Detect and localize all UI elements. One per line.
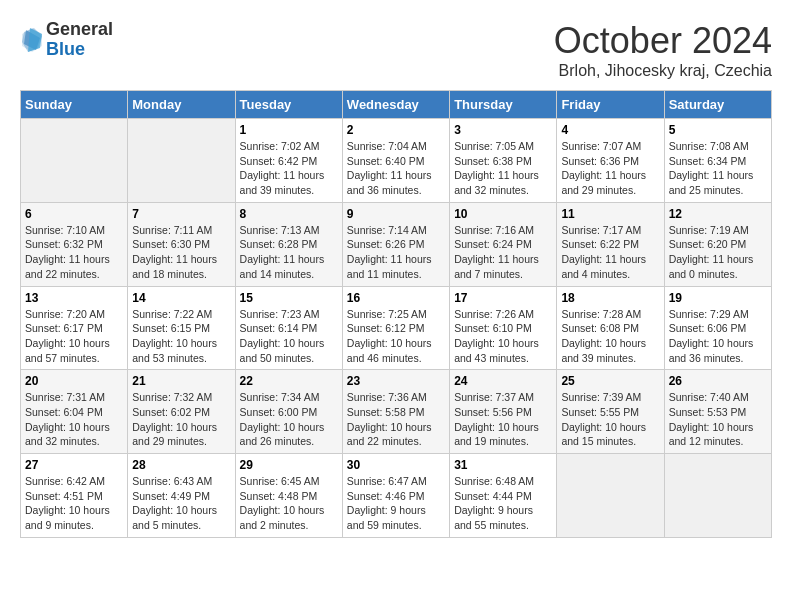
day-detail: Sunrise: 7:22 AMSunset: 6:15 PMDaylight:… [132, 307, 230, 366]
calendar-header: SundayMondayTuesdayWednesdayThursdayFrid… [21, 91, 772, 119]
day-number: 7 [132, 207, 230, 221]
day-number: 19 [669, 291, 767, 305]
day-detail: Sunrise: 6:42 AMSunset: 4:51 PMDaylight:… [25, 474, 123, 533]
day-detail: Sunrise: 7:34 AMSunset: 6:00 PMDaylight:… [240, 390, 338, 449]
calendar-week-row: 27Sunrise: 6:42 AMSunset: 4:51 PMDayligh… [21, 454, 772, 538]
calendar-cell: 20Sunrise: 7:31 AMSunset: 6:04 PMDayligh… [21, 370, 128, 454]
calendar-cell: 1Sunrise: 7:02 AMSunset: 6:42 PMDaylight… [235, 119, 342, 203]
day-detail: Sunrise: 7:02 AMSunset: 6:42 PMDaylight:… [240, 139, 338, 198]
day-detail: Sunrise: 7:23 AMSunset: 6:14 PMDaylight:… [240, 307, 338, 366]
day-detail: Sunrise: 7:04 AMSunset: 6:40 PMDaylight:… [347, 139, 445, 198]
day-detail: Sunrise: 7:08 AMSunset: 6:34 PMDaylight:… [669, 139, 767, 198]
calendar-cell: 19Sunrise: 7:29 AMSunset: 6:06 PMDayligh… [664, 286, 771, 370]
calendar-cell: 16Sunrise: 7:25 AMSunset: 6:12 PMDayligh… [342, 286, 449, 370]
logo-blue: Blue [46, 40, 113, 60]
day-number: 11 [561, 207, 659, 221]
day-detail: Sunrise: 6:48 AMSunset: 4:44 PMDaylight:… [454, 474, 552, 533]
day-detail: Sunrise: 7:10 AMSunset: 6:32 PMDaylight:… [25, 223, 123, 282]
calendar-cell: 24Sunrise: 7:37 AMSunset: 5:56 PMDayligh… [450, 370, 557, 454]
calendar-body: 1Sunrise: 7:02 AMSunset: 6:42 PMDaylight… [21, 119, 772, 538]
calendar-cell: 12Sunrise: 7:19 AMSunset: 6:20 PMDayligh… [664, 202, 771, 286]
calendar-cell: 23Sunrise: 7:36 AMSunset: 5:58 PMDayligh… [342, 370, 449, 454]
logo: General Blue [20, 20, 113, 60]
calendar-cell: 27Sunrise: 6:42 AMSunset: 4:51 PMDayligh… [21, 454, 128, 538]
calendar-cell: 18Sunrise: 7:28 AMSunset: 6:08 PMDayligh… [557, 286, 664, 370]
title-block: October 2024 Brloh, Jihocesky kraj, Czec… [554, 20, 772, 80]
weekday-header: Tuesday [235, 91, 342, 119]
day-number: 17 [454, 291, 552, 305]
day-number: 21 [132, 374, 230, 388]
day-number: 2 [347, 123, 445, 137]
day-detail: Sunrise: 7:25 AMSunset: 6:12 PMDaylight:… [347, 307, 445, 366]
calendar-week-row: 1Sunrise: 7:02 AMSunset: 6:42 PMDaylight… [21, 119, 772, 203]
calendar-cell [557, 454, 664, 538]
day-detail: Sunrise: 7:29 AMSunset: 6:06 PMDaylight:… [669, 307, 767, 366]
calendar-cell: 4Sunrise: 7:07 AMSunset: 6:36 PMDaylight… [557, 119, 664, 203]
calendar-cell: 14Sunrise: 7:22 AMSunset: 6:15 PMDayligh… [128, 286, 235, 370]
weekday-header: Sunday [21, 91, 128, 119]
day-detail: Sunrise: 6:47 AMSunset: 4:46 PMDaylight:… [347, 474, 445, 533]
calendar-week-row: 6Sunrise: 7:10 AMSunset: 6:32 PMDaylight… [21, 202, 772, 286]
day-number: 14 [132, 291, 230, 305]
weekday-header-row: SundayMondayTuesdayWednesdayThursdayFrid… [21, 91, 772, 119]
weekday-header: Monday [128, 91, 235, 119]
day-detail: Sunrise: 7:39 AMSunset: 5:55 PMDaylight:… [561, 390, 659, 449]
calendar-cell: 2Sunrise: 7:04 AMSunset: 6:40 PMDaylight… [342, 119, 449, 203]
calendar-cell: 9Sunrise: 7:14 AMSunset: 6:26 PMDaylight… [342, 202, 449, 286]
day-number: 10 [454, 207, 552, 221]
calendar-cell: 15Sunrise: 7:23 AMSunset: 6:14 PMDayligh… [235, 286, 342, 370]
day-number: 31 [454, 458, 552, 472]
day-detail: Sunrise: 7:40 AMSunset: 5:53 PMDaylight:… [669, 390, 767, 449]
day-detail: Sunrise: 7:11 AMSunset: 6:30 PMDaylight:… [132, 223, 230, 282]
day-number: 15 [240, 291, 338, 305]
day-detail: Sunrise: 7:07 AMSunset: 6:36 PMDaylight:… [561, 139, 659, 198]
day-detail: Sunrise: 7:14 AMSunset: 6:26 PMDaylight:… [347, 223, 445, 282]
calendar-cell: 28Sunrise: 6:43 AMSunset: 4:49 PMDayligh… [128, 454, 235, 538]
day-number: 9 [347, 207, 445, 221]
day-number: 5 [669, 123, 767, 137]
day-detail: Sunrise: 7:37 AMSunset: 5:56 PMDaylight:… [454, 390, 552, 449]
calendar-week-row: 13Sunrise: 7:20 AMSunset: 6:17 PMDayligh… [21, 286, 772, 370]
calendar-cell: 8Sunrise: 7:13 AMSunset: 6:28 PMDaylight… [235, 202, 342, 286]
day-number: 26 [669, 374, 767, 388]
day-number: 28 [132, 458, 230, 472]
day-number: 8 [240, 207, 338, 221]
day-number: 4 [561, 123, 659, 137]
weekday-header: Thursday [450, 91, 557, 119]
day-detail: Sunrise: 7:05 AMSunset: 6:38 PMDaylight:… [454, 139, 552, 198]
day-number: 27 [25, 458, 123, 472]
day-detail: Sunrise: 7:20 AMSunset: 6:17 PMDaylight:… [25, 307, 123, 366]
day-number: 22 [240, 374, 338, 388]
day-number: 29 [240, 458, 338, 472]
day-detail: Sunrise: 7:31 AMSunset: 6:04 PMDaylight:… [25, 390, 123, 449]
calendar-cell: 30Sunrise: 6:47 AMSunset: 4:46 PMDayligh… [342, 454, 449, 538]
logo-general: General [46, 20, 113, 40]
day-number: 12 [669, 207, 767, 221]
calendar-cell [21, 119, 128, 203]
day-number: 3 [454, 123, 552, 137]
day-detail: Sunrise: 7:26 AMSunset: 6:10 PMDaylight:… [454, 307, 552, 366]
calendar-cell: 11Sunrise: 7:17 AMSunset: 6:22 PMDayligh… [557, 202, 664, 286]
page-header: General Blue October 2024 Brloh, Jihoces… [20, 20, 772, 80]
day-number: 16 [347, 291, 445, 305]
day-number: 13 [25, 291, 123, 305]
logo-icon [20, 26, 44, 54]
day-number: 18 [561, 291, 659, 305]
calendar-cell: 22Sunrise: 7:34 AMSunset: 6:00 PMDayligh… [235, 370, 342, 454]
day-detail: Sunrise: 7:19 AMSunset: 6:20 PMDaylight:… [669, 223, 767, 282]
calendar-cell: 21Sunrise: 7:32 AMSunset: 6:02 PMDayligh… [128, 370, 235, 454]
day-number: 20 [25, 374, 123, 388]
location: Brloh, Jihocesky kraj, Czechia [554, 62, 772, 80]
day-detail: Sunrise: 7:32 AMSunset: 6:02 PMDaylight:… [132, 390, 230, 449]
calendar-cell: 6Sunrise: 7:10 AMSunset: 6:32 PMDaylight… [21, 202, 128, 286]
month-title: October 2024 [554, 20, 772, 62]
day-detail: Sunrise: 7:13 AMSunset: 6:28 PMDaylight:… [240, 223, 338, 282]
calendar-cell: 13Sunrise: 7:20 AMSunset: 6:17 PMDayligh… [21, 286, 128, 370]
calendar-cell: 10Sunrise: 7:16 AMSunset: 6:24 PMDayligh… [450, 202, 557, 286]
calendar-cell: 17Sunrise: 7:26 AMSunset: 6:10 PMDayligh… [450, 286, 557, 370]
calendar-week-row: 20Sunrise: 7:31 AMSunset: 6:04 PMDayligh… [21, 370, 772, 454]
day-detail: Sunrise: 7:36 AMSunset: 5:58 PMDaylight:… [347, 390, 445, 449]
weekday-header: Wednesday [342, 91, 449, 119]
calendar-cell: 7Sunrise: 7:11 AMSunset: 6:30 PMDaylight… [128, 202, 235, 286]
calendar-cell: 5Sunrise: 7:08 AMSunset: 6:34 PMDaylight… [664, 119, 771, 203]
